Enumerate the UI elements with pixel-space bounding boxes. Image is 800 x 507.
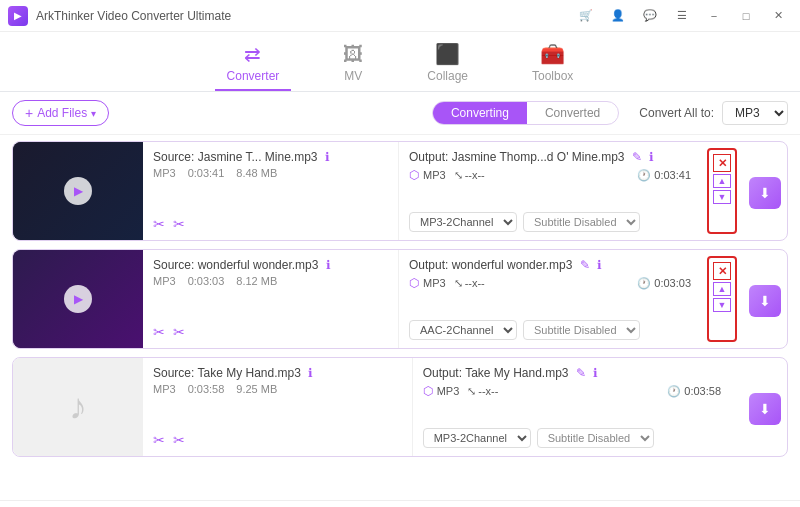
output-duration-2: 🕐 0:03:03	[637, 277, 691, 290]
close-button[interactable]: ✕	[764, 6, 792, 26]
close-item-2[interactable]: ✕	[713, 262, 731, 280]
format-3: MP3	[153, 383, 176, 395]
output-format-3: ⬡ MP3	[423, 384, 460, 398]
output-section-2: Output: wonderful wonder.mp3 ✎ ℹ ⬡ MP3 ⤡…	[398, 250, 701, 348]
source-name-2: Source: wonderful wonder.mp3 ℹ	[153, 258, 388, 272]
tab-mv-label: MV	[344, 69, 362, 83]
file-meta-2: MP3 0:03:03 8.12 MB	[153, 275, 388, 287]
file-item-1: ▶ Source: Jasmine T... Mine.mp3 ℹ MP3 0:…	[12, 141, 788, 241]
output-name-2: Output: wonderful wonder.mp3 ✎ ℹ	[409, 258, 691, 272]
tab-toolbox-label: Toolbox	[532, 69, 573, 83]
convert-item-button-2[interactable]: ⬇	[749, 285, 781, 317]
add-files-label: Add Files	[37, 106, 87, 120]
info-icon-3[interactable]: ℹ	[308, 366, 313, 380]
title-bar: ▶ ArkThinker Video Converter Ultimate 🛒 …	[0, 0, 800, 32]
size-2: 8.12 MB	[236, 275, 277, 287]
duration-2: 0:03:03	[188, 275, 225, 287]
file-item-3: ♪ Source: Take My Hand.mp3 ℹ MP3 0:03:58…	[12, 357, 788, 457]
plus-icon: +	[25, 105, 33, 121]
cut-icon-2[interactable]: ✂	[153, 324, 165, 340]
converted-tab[interactable]: Converted	[527, 102, 618, 124]
output-row2-1: MP3-2Channel AAC-2Channel Subtitle Disab…	[409, 212, 691, 232]
move-down-1[interactable]: ▼	[713, 190, 731, 204]
file-actions-3: ✂ ✂	[153, 432, 402, 448]
tab-toolbox[interactable]: 🧰 Toolbox	[520, 38, 585, 91]
title-bar-controls: 🛒 👤 💬 ☰ − □ ✕	[572, 6, 792, 26]
minimize-button[interactable]: −	[700, 6, 728, 26]
tab-converter[interactable]: ⇄ Converter	[215, 38, 292, 91]
file-thumbnail-3: ♪	[13, 358, 143, 456]
convert-btn-area-3: ⬇	[743, 358, 787, 456]
subtitle-select-1[interactable]: Subtitle Disabled	[523, 212, 640, 232]
source-name-1: Source: Jasmine T... Mine.mp3 ℹ	[153, 150, 388, 164]
resolution-3: ⤡ --x--	[467, 385, 498, 398]
channel-select-2[interactable]: AAC-2Channel MP3-2Channel	[409, 320, 517, 340]
format-select[interactable]: MP3 MP4 AVI MOV WAV	[722, 101, 788, 125]
shop-button[interactable]: 🛒	[572, 6, 600, 26]
play-button-2[interactable]: ▶	[64, 285, 92, 313]
format-2: MP3	[153, 275, 176, 287]
edit-icon-1[interactable]: ✎	[632, 150, 642, 164]
file-thumbnail-1: ▶	[13, 142, 143, 240]
move-up-1[interactable]: ▲	[713, 174, 731, 188]
size-3: 9.25 MB	[236, 383, 277, 395]
output-format-1: ⬡ MP3	[409, 168, 446, 182]
output-format-2: ⬡ MP3	[409, 276, 446, 290]
output-name-3: Output: Take My Hand.mp3 ✎ ℹ	[423, 366, 721, 380]
cut-icon-1[interactable]: ✂	[153, 216, 165, 232]
output-info-icon-3[interactable]: ℹ	[593, 366, 598, 380]
file-actions-1: ✂ ✂	[153, 216, 388, 232]
format-1: MP3	[153, 167, 176, 179]
file-item-2: ▶ Source: wonderful wonder.mp3 ℹ MP3 0:0…	[12, 249, 788, 349]
mv-icon: 🖼	[343, 43, 363, 66]
toolbox-icon: 🧰	[540, 42, 565, 66]
item-actions-3	[731, 358, 743, 456]
info-icon-1[interactable]: ℹ	[325, 150, 330, 164]
file-meta-1: MP3 0:03:41 8.48 MB	[153, 167, 388, 179]
scissors-icon-3[interactable]: ✂	[173, 432, 185, 448]
convert-btn-area-2: ⬇	[743, 250, 787, 348]
collage-icon: ⬛	[435, 42, 460, 66]
user-button[interactable]: 👤	[604, 6, 632, 26]
tab-collage[interactable]: ⬛ Collage	[415, 38, 480, 91]
close-item-1[interactable]: ✕	[713, 154, 731, 172]
chat-button[interactable]: 💬	[636, 6, 664, 26]
duration-3: 0:03:58	[188, 383, 225, 395]
tab-mv[interactable]: 🖼 MV	[331, 39, 375, 91]
subtitle-select-2[interactable]: Subtitle Disabled	[523, 320, 640, 340]
scissors-icon-1[interactable]: ✂	[173, 216, 185, 232]
channel-select-1[interactable]: MP3-2Channel AAC-2Channel	[409, 212, 517, 232]
edit-icon-3[interactable]: ✎	[576, 366, 586, 380]
menu-button[interactable]: ☰	[668, 6, 696, 26]
edit-icon-2[interactable]: ✎	[580, 258, 590, 272]
output-controls-3: ⬡ MP3 ⤡ --x-- 🕐 0:03:58	[423, 384, 721, 398]
output-info-icon-1[interactable]: ℹ	[649, 150, 654, 164]
tab-converter-label: Converter	[227, 69, 280, 83]
move-up-2[interactable]: ▲	[713, 282, 731, 296]
convert-all-label: Convert All to:	[639, 106, 714, 120]
resolution-2: ⤡ --x--	[454, 277, 485, 290]
maximize-button[interactable]: □	[732, 6, 760, 26]
output-row2-2: AAC-2Channel MP3-2Channel Subtitle Disab…	[409, 320, 691, 340]
output-row2-3: MP3-2Channel AAC-2Channel Subtitle Disab…	[423, 428, 721, 448]
convert-btn-area-1: ⬇	[743, 142, 787, 240]
file-meta-3: MP3 0:03:58 9.25 MB	[153, 383, 402, 395]
output-info-icon-2[interactable]: ℹ	[597, 258, 602, 272]
move-down-2[interactable]: ▼	[713, 298, 731, 312]
file-thumbnail-2: ▶	[13, 250, 143, 348]
convert-item-button-3[interactable]: ⬇	[749, 393, 781, 425]
file-info-3: Source: Take My Hand.mp3 ℹ MP3 0:03:58 9…	[143, 358, 412, 456]
output-section-3: Output: Take My Hand.mp3 ✎ ℹ ⬡ MP3 ⤡ --x…	[412, 358, 731, 456]
file-actions-2: ✂ ✂	[153, 324, 388, 340]
add-files-button[interactable]: + Add Files ▾	[12, 100, 109, 126]
subtitle-select-3[interactable]: Subtitle Disabled	[537, 428, 654, 448]
play-button-1[interactable]: ▶	[64, 177, 92, 205]
info-icon-2[interactable]: ℹ	[326, 258, 331, 272]
scissors-icon-2[interactable]: ✂	[173, 324, 185, 340]
channel-select-3[interactable]: MP3-2Channel AAC-2Channel	[423, 428, 531, 448]
item-actions-1: ✕ ▲ ▼	[707, 148, 737, 234]
cut-icon-3[interactable]: ✂	[153, 432, 165, 448]
converting-tab[interactable]: Converting	[433, 102, 527, 124]
source-name-3: Source: Take My Hand.mp3 ℹ	[153, 366, 402, 380]
convert-item-button-1[interactable]: ⬇	[749, 177, 781, 209]
